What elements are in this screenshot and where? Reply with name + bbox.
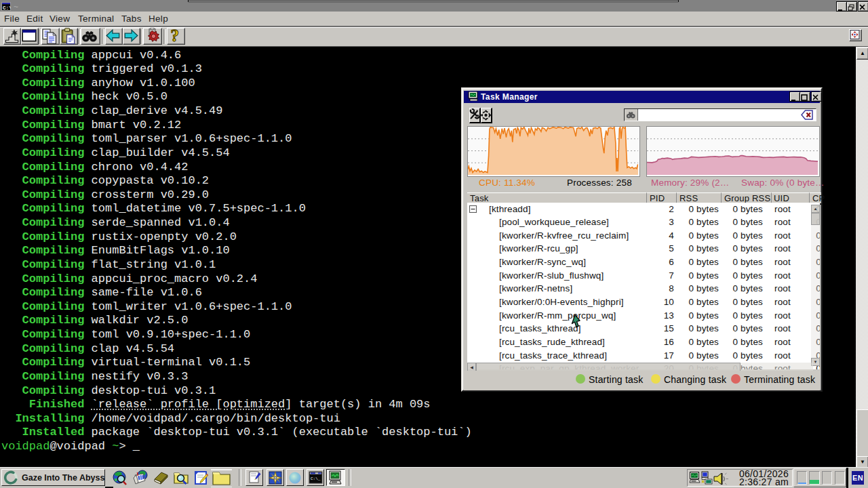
svg-text:C:\_: C:\_ — [311, 476, 321, 481]
svg-text:?: ? — [171, 28, 180, 44]
svg-text:C:\: C:\ — [3, 5, 11, 11]
